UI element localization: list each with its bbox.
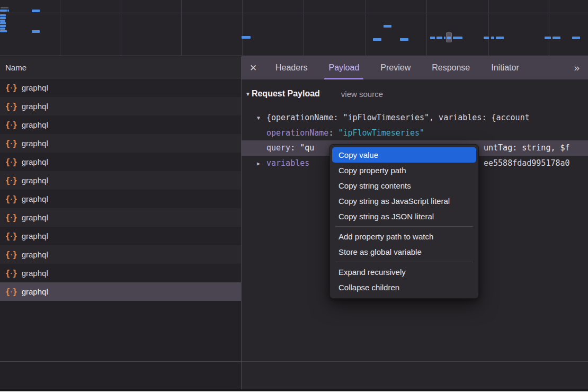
name-column-header[interactable]: Name <box>0 57 241 78</box>
timeline-hover-marker <box>446 32 452 42</box>
menu-separator <box>335 226 473 227</box>
tab-initiator[interactable]: Initiator <box>488 56 522 79</box>
request-row[interactable]: {·}graphql <box>0 190 241 208</box>
payload-root-row[interactable]: ▼ {operationName: "ipFlowTimeseries", va… <box>242 110 588 126</box>
close-icon[interactable]: ✕ <box>242 56 265 79</box>
waterfall-bar <box>400 38 408 41</box>
tab-payload[interactable]: Payload <box>325 56 362 79</box>
tab-preview[interactable]: Preview <box>377 56 414 79</box>
view-source-link[interactable]: view source <box>341 90 383 99</box>
request-row[interactable]: {·}graphql <box>0 282 241 301</box>
waterfall-bar <box>430 37 435 39</box>
request-name: graphql <box>22 176 48 185</box>
request-name: graphql <box>22 287 48 296</box>
waterfall-bar <box>242 36 251 39</box>
json-resource-icon: {·} <box>5 176 17 185</box>
waterfall-bar <box>0 25 6 27</box>
timeline-gridline <box>549 0 549 56</box>
property-value: "ipFlowTimeseries" <box>338 128 424 138</box>
menu-item-copy-string-contents[interactable]: Copy string contents <box>332 178 476 193</box>
json-resource-icon: {·} <box>5 269 17 278</box>
devtools-network-panel: Name {·}graphql{·}graphql{·}graphql{·}gr… <box>0 0 588 392</box>
request-name: graphql <box>22 120 48 129</box>
property-key: query <box>266 143 290 153</box>
json-resource-icon: {·} <box>5 102 17 111</box>
request-name: graphql <box>22 250 48 259</box>
property-key: variables <box>266 158 309 168</box>
waterfall-bar <box>553 37 560 39</box>
menu-item-store-as-global-variable[interactable]: Store as global variable <box>332 244 476 260</box>
colon-separator: : <box>290 143 300 153</box>
waterfall-bar <box>0 30 7 32</box>
tab-response[interactable]: Response <box>429 56 473 79</box>
colon-separator: : <box>328 128 338 138</box>
section-expanded-icon: ▼ <box>245 91 251 97</box>
menu-item-copy-property-path[interactable]: Copy property path <box>332 163 476 178</box>
request-row[interactable]: {·}graphql <box>0 78 241 97</box>
timeline-gridline <box>366 0 366 56</box>
request-list: {·}graphql{·}graphql{·}graphql{·}graphql… <box>0 78 241 301</box>
waterfall-bar <box>0 20 5 22</box>
json-resource-icon: {·} <box>5 213 17 222</box>
waterfall-bar <box>0 10 7 12</box>
menu-item-add-property-path-to-watch[interactable]: Add property path to watch <box>332 229 476 244</box>
property-key: operationName <box>266 128 328 138</box>
waterfall-bar <box>373 38 381 41</box>
waterfall-bar <box>444 37 446 39</box>
collapsed-icon: ▶ <box>257 156 260 171</box>
menu-item-copy-value[interactable]: Copy value <box>332 147 476 163</box>
request-row[interactable]: {·}graphql <box>0 97 241 115</box>
timeline-gridline <box>426 0 427 56</box>
section-title: Request Payload <box>252 89 320 99</box>
waterfall-bar <box>7 10 9 12</box>
json-resource-icon: {·} <box>5 287 17 297</box>
timeline-gridline <box>121 0 121 56</box>
payload-root-preview: {operationName: "ipFlowTimeseries", vari… <box>266 113 530 122</box>
request-row[interactable]: {·}graphql <box>0 153 241 171</box>
detail-tab-bar: ✕ HeadersPayloadPreviewResponseInitiator… <box>242 56 588 79</box>
json-resource-icon: {·} <box>5 250 17 260</box>
menu-item-collapse-children[interactable]: Collapse children <box>332 280 476 295</box>
request-name: graphql <box>22 157 48 166</box>
waterfall-bar <box>436 37 442 39</box>
request-row[interactable]: {·}graphql <box>0 115 241 134</box>
network-overview-timeline[interactable] <box>0 0 588 56</box>
timeline-gridline <box>181 0 182 56</box>
request-payload-section[interactable]: ▼ Request Payload view source <box>245 89 383 99</box>
timeline-gridline <box>242 0 243 56</box>
request-name: graphql <box>22 194 48 203</box>
request-row[interactable]: {·}graphql <box>0 134 241 153</box>
more-tabs-icon[interactable]: » <box>574 56 588 79</box>
request-row[interactable]: {·}graphql <box>0 245 241 264</box>
property-value-fragment-left: "qu <box>300 143 314 153</box>
request-name: graphql <box>22 102 48 111</box>
waterfall-bar <box>0 17 6 19</box>
request-row[interactable]: {·}graphql <box>0 171 241 190</box>
request-name: graphql <box>22 213 48 222</box>
tab-headers[interactable]: Headers <box>272 56 310 79</box>
request-row[interactable]: {·}graphql <box>0 264 241 282</box>
waterfall-bar <box>545 37 551 39</box>
menu-item-copy-string-as-javascript-literal[interactable]: Copy string as JavaScript literal <box>332 193 476 209</box>
menu-item-expand-recursively[interactable]: Expand recursively <box>332 264 476 280</box>
context-menu: Copy valueCopy property pathCopy string … <box>329 144 479 299</box>
property-preview-fragment-right: ee5588fdad995178a0 <box>484 156 570 171</box>
waterfall-bar <box>0 14 6 16</box>
json-resource-icon: {·} <box>5 139 17 148</box>
json-resource-icon: {·} <box>5 194 17 204</box>
property-value-fragment-right: untTag: string, $f <box>484 140 570 156</box>
menu-item-copy-string-as-json-literal[interactable]: Copy string as JSON literal <box>332 209 476 224</box>
timeline-gridline <box>303 0 304 56</box>
waterfall-bar <box>0 22 6 24</box>
payload-row-operationName[interactable]: operationName: "ipFlowTimeseries" <box>242 126 588 141</box>
requests-panel: Name {·}graphql{·}graphql{·}graphql{·}gr… <box>0 57 242 392</box>
json-resource-icon: {·} <box>5 120 17 130</box>
detail-tabs: HeadersPayloadPreviewResponseInitiator <box>265 56 530 79</box>
footer-divider <box>0 361 588 362</box>
expanded-icon: ▼ <box>257 110 260 126</box>
request-row[interactable]: {·}graphql <box>0 208 241 227</box>
request-row[interactable]: {·}graphql <box>0 227 241 245</box>
waterfall-bar <box>572 37 580 39</box>
timeline-gridline <box>488 0 489 56</box>
waterfall-bar <box>0 28 5 30</box>
